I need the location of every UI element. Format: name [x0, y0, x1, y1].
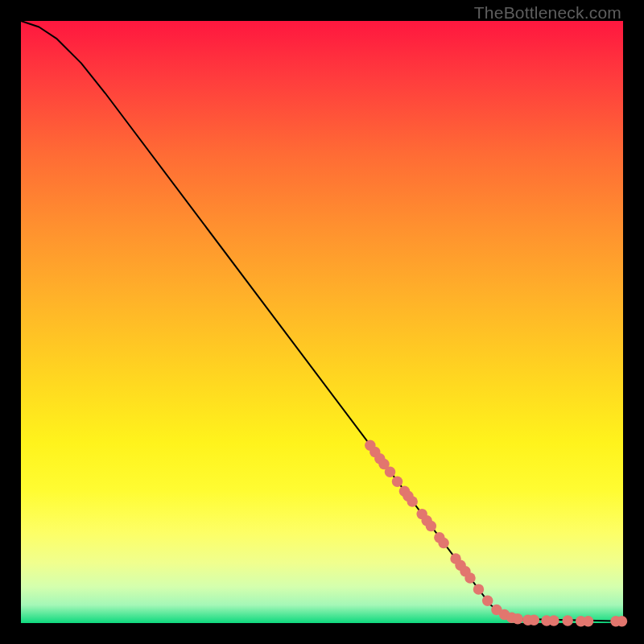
watermark-text: TheBottleneck.com — [474, 3, 621, 23]
data-point — [407, 496, 417, 506]
chart-svg — [21, 21, 623, 623]
data-point — [426, 521, 436, 531]
data-point — [482, 596, 493, 606]
data-point — [464, 572, 475, 583]
data-point — [392, 476, 402, 486]
data-point — [562, 615, 572, 625]
bottleneck-curve — [21, 21, 623, 621]
data-point — [583, 616, 593, 626]
chart-area — [21, 21, 623, 623]
data-point — [548, 615, 559, 625]
data-point — [512, 613, 522, 624]
data-point — [385, 467, 395, 477]
data-point — [438, 538, 448, 548]
data-point — [529, 615, 539, 625]
data-point — [473, 584, 484, 594]
data-point — [617, 616, 627, 626]
data-points — [365, 440, 627, 627]
